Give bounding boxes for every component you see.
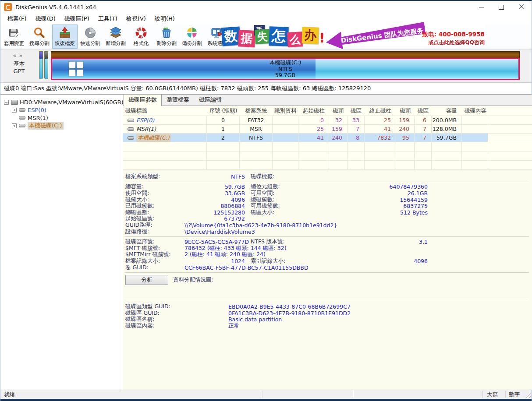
status-ready: 就緒 bbox=[4, 391, 15, 398]
window-title: DiskGenius V5.4.6.1441 x64 bbox=[15, 4, 96, 11]
menu-file[interactable]: 檔案(F) bbox=[3, 14, 31, 24]
search-partition-icon bbox=[33, 26, 46, 39]
format-icon bbox=[135, 26, 148, 39]
partition-icon bbox=[128, 136, 134, 140]
title-bar: DiskGenius V5.4.6.1441 x64 bbox=[0, 1, 532, 13]
format-button[interactable]: 格式化 bbox=[128, 25, 154, 49]
table-row-esp[interactable]: ESP(0) 0 FAT32 0 32 33 25 159 6 200.0MB bbox=[123, 116, 532, 125]
separator bbox=[125, 298, 529, 298]
disk-icon bbox=[11, 100, 18, 105]
recover-files-button[interactable]: 恢復檔案 bbox=[52, 25, 78, 49]
promo-banner[interactable]: 数 据 丢 失 怎 么 办 ! DiskGenius 团队为您服务 致电: 40… bbox=[222, 25, 485, 48]
backup-partition-button[interactable]: 備份分割 bbox=[179, 25, 205, 49]
new-partition-icon bbox=[109, 26, 122, 39]
table-header-row: 磁碟標籤 序號 (狀態) 檔案系統 識別資料 起始磁柱 磁頭 磁區 終止磁柱 磁… bbox=[123, 106, 532, 116]
separator bbox=[125, 272, 529, 273]
tree-node-msr[interactable]: MSR(1) bbox=[0, 114, 122, 122]
menu-help[interactable]: 說明(H) bbox=[150, 14, 179, 24]
menu-disk[interactable]: 磁碟(D) bbox=[31, 14, 60, 24]
banner-exclaim: ! bbox=[319, 30, 325, 46]
detail-row: 已用磁簇數: 8806884 可用磁簇數: 6837275 bbox=[123, 203, 532, 209]
detail-row: 檔案記錄大小: 1024 索引記錄大小: 4096 bbox=[123, 258, 532, 264]
app-logo-icon bbox=[4, 3, 12, 11]
disk-scheme-label: GPT bbox=[0, 67, 38, 75]
menu-bar: 檔案(F) 磁碟(D) 磁碟區(P) 工具(T) 檢視(V) 說明(H) bbox=[0, 13, 532, 24]
status-bar: 就緒 大寫 數字 bbox=[0, 390, 532, 399]
detail-row: 起始磁區號: 673792 bbox=[123, 216, 532, 222]
partition-bar-size: 59.7GB bbox=[52, 72, 518, 79]
table-row-msr[interactable]: MSR(1) 1 MSR 25 159 7 41 240 7 128.0MB bbox=[123, 125, 532, 134]
quick-partition-icon bbox=[84, 26, 97, 39]
tree-node-label: 本機磁碟(C:) bbox=[28, 122, 64, 130]
separator bbox=[125, 236, 529, 237]
disk-bar-header[interactable] bbox=[51, 51, 520, 58]
partition-icon bbox=[128, 127, 134, 131]
banner-tile: 据 bbox=[238, 30, 255, 47]
disk-overview-panel: «» 基本 GPT 本機磁碟(C:) NTFS 59.7GB bbox=[0, 49, 532, 82]
expand-icon[interactable] bbox=[12, 123, 17, 128]
close-button[interactable] bbox=[511, 1, 532, 13]
backup-partition-icon bbox=[185, 26, 199, 39]
partition-mini-bar-msr[interactable] bbox=[44, 51, 48, 79]
delete-partition-button[interactable]: 刪除分割 bbox=[154, 25, 179, 49]
detail-row: 設備路徑: \Device\HarddiskVolume3 bbox=[123, 229, 532, 235]
status-numlock: 數字 bbox=[509, 391, 520, 398]
detail-row: 總磁區數: 125153280 磁區大小: 512 Bytes bbox=[123, 209, 532, 216]
separator bbox=[125, 182, 529, 182]
detail-row: 磁碟區 GUID: 0FA1C3BA-D623-4E7B-9180-8710B1… bbox=[123, 310, 532, 317]
tab-browse-files[interactable]: 瀏覽檔案 bbox=[162, 94, 194, 106]
collapse-icon[interactable] bbox=[4, 100, 9, 105]
partition-mini-bar-esp[interactable] bbox=[39, 51, 43, 79]
table-row-c-drive-selected[interactable]: 本機磁碟(C:) 2 NTFS 41 240 8 7832 95 7 59.7G… bbox=[123, 134, 532, 142]
main-area: HD0:VMware,VMwareVirtualS(60GB) ESP(0) M… bbox=[0, 94, 532, 390]
partition-icon bbox=[19, 108, 25, 112]
detail-row: 檔案系統類型: NTFS 磁碟標籤: bbox=[123, 173, 532, 180]
empty-row bbox=[123, 142, 532, 151]
partition-detail-panel: 磁碟區參數 瀏覽檔案 磁區編輯 磁碟標籤 序號 (狀態) 檔案系統 識別資料 起… bbox=[123, 95, 532, 390]
tree-node-esp[interactable]: ESP(0) bbox=[0, 106, 122, 114]
disk-bar: 本機磁碟(C:) NTFS 59.7GB bbox=[51, 51, 520, 80]
minimize-button[interactable] bbox=[471, 1, 491, 13]
banner-arrow-text: DiskGenius 团队为您服务 bbox=[340, 26, 424, 45]
detail-row: 磁簇大小: 4096 總磁簇數: 15644159 bbox=[123, 197, 532, 203]
diskgenius-window: DiskGenius V5.4.6.1441 x64 檔案(F) 磁碟(D) 磁… bbox=[0, 0, 532, 401]
tree-node-c-drive[interactable]: 本機磁碟(C:) bbox=[0, 122, 122, 130]
menu-view[interactable]: 檢視(V) bbox=[122, 14, 150, 24]
prev-disk-icon[interactable]: « bbox=[13, 52, 19, 59]
apply-changes-button[interactable]: 套用變更 bbox=[1, 25, 27, 49]
maximize-button[interactable] bbox=[491, 1, 511, 13]
banner-tile: 失 bbox=[255, 29, 270, 44]
new-partition-button[interactable]: 新增分割 bbox=[103, 25, 128, 49]
recover-files-icon bbox=[58, 26, 71, 39]
search-partition-button[interactable]: 搜尋分割 bbox=[27, 25, 52, 49]
banner-qq-link[interactable]: 或点击此处选择QQ咨询 bbox=[418, 39, 485, 46]
expand-icon[interactable] bbox=[12, 108, 17, 113]
detail-row: 磁碟區序號: 9ECC-5AC5-CC5A-977D NTFS 版本號: 3.1 bbox=[123, 239, 532, 245]
partition-bar-name: 本機磁碟(C:) bbox=[52, 60, 518, 66]
apply-changes-icon bbox=[7, 26, 21, 39]
disk-tree-panel: HD0:VMware,VMwareVirtualS(60GB) ESP(0) M… bbox=[0, 95, 122, 390]
allocation-map-label: 資料分配情況圖: bbox=[173, 276, 213, 284]
quick-partition-button[interactable]: 快速分割 bbox=[78, 25, 103, 49]
empty-row bbox=[123, 161, 532, 170]
resize-grip[interactable] bbox=[525, 393, 531, 398]
partition-icon bbox=[19, 116, 25, 120]
analyze-button[interactable]: 分析 bbox=[125, 275, 168, 285]
tab-strip: 磁碟區參數 瀏覽檔案 磁區編輯 bbox=[123, 95, 532, 106]
partition-table: 磁碟標籤 序號 (狀態) 檔案系統 識別資料 起始磁柱 磁頭 磁區 終止磁柱 磁… bbox=[123, 106, 532, 170]
partition-icon bbox=[128, 119, 134, 122]
next-disk-icon[interactable]: » bbox=[19, 52, 25, 59]
status-capslock: 大寫 bbox=[487, 391, 498, 398]
partition-bar-fs: NTFS bbox=[52, 66, 518, 73]
banner-tile: 办 bbox=[301, 27, 319, 44]
menu-tools[interactable]: 工具(T) bbox=[94, 14, 122, 24]
tab-sector-edit[interactable]: 磁區編輯 bbox=[194, 94, 227, 106]
window-bottom-edge bbox=[0, 399, 532, 401]
close-icon bbox=[519, 4, 524, 10]
detail-row: 使用空間: 33.6GB 可用空間: 26.1GB bbox=[123, 190, 532, 197]
disk-info-text: 磁碟0 端口:Sas 型號:VMware,VMwareVirtualS 容量: … bbox=[4, 84, 371, 92]
partition-c-bar[interactable]: 本機磁碟(C:) NTFS 59.7GB bbox=[51, 58, 520, 80]
tab-partition-params[interactable]: 磁碟區參數 bbox=[124, 94, 162, 106]
tree-node-disk[interactable]: HD0:VMware,VMwareVirtualS(60GB) bbox=[0, 98, 122, 106]
menu-partition[interactable]: 磁碟區(P) bbox=[60, 14, 94, 24]
